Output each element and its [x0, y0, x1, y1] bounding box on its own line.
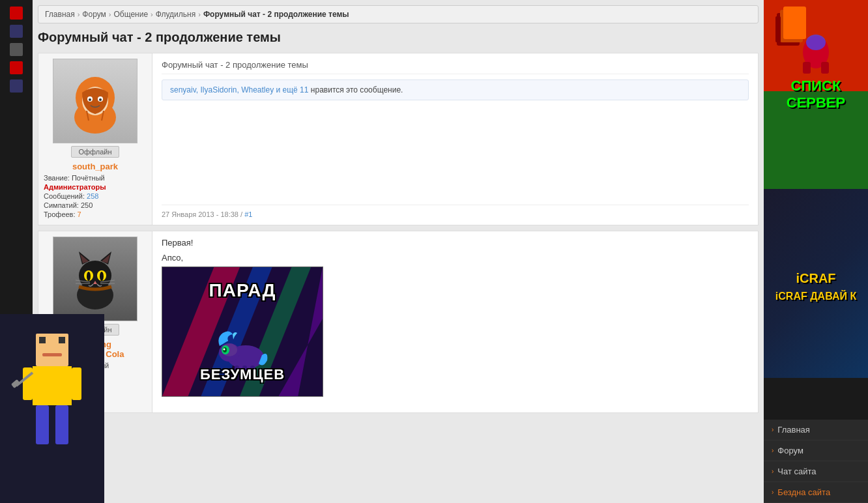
breadcrumb-sep: › [151, 10, 153, 18]
left-strip-item [10, 25, 23, 38]
right-bottom-banner[interactable]: iCRAFiCRAF ДАВАЙ К [764, 189, 868, 378]
svg-point-34 [224, 349, 225, 351]
svg-point-18 [100, 272, 104, 281]
post-1: Оффлайн south_park Звание: Почётный Адми… [38, 53, 759, 225]
post-content-1: Форумный чат - 2 продолжение темы senyai… [152, 53, 758, 225]
svg-point-6 [99, 98, 102, 101]
user-rank-label-1: Звание: Почётный [44, 174, 147, 182]
breadcrumb: Главная › Форум › Общение › Флудильня › … [38, 5, 759, 23]
svg-rect-54 [33, 366, 72, 405]
right-nav-chat[interactable]: › Чат сайта [764, 461, 868, 482]
right-nav-abyss-label: Бездна сайта [777, 487, 830, 497]
post-content-2: Первая! Апсо, [152, 231, 758, 412]
post-title-1: Форумный чат - 2 продолжение темы [162, 60, 749, 74]
post-2: Оффлайн Burning Quantum Cola Звание: Бес… [38, 231, 759, 413]
post-also-text: Апсо, [162, 253, 749, 263]
nav-arrow-icon: › [772, 447, 774, 454]
right-nav-forum-label: Форум [777, 446, 803, 455]
svg-rect-53 [42, 353, 62, 356]
breadcrumb-sep: › [78, 10, 80, 18]
svg-rect-57 [36, 405, 49, 444]
svg-rect-43 [783, 7, 806, 39]
post-footer-1: 27 Января 2013 - 18:38 / #1 [162, 205, 749, 218]
meme-text-top: ПАРАД [209, 280, 276, 301]
svg-rect-56 [72, 367, 81, 400]
avatar-2 [53, 237, 137, 321]
user-sympathy-1: Симпатий: 250 [44, 201, 147, 209]
user-rank-group-1: Администраторы [44, 183, 147, 191]
left-strip-item [10, 7, 23, 20]
left-strip-item [10, 79, 23, 93]
meme-image: ПАРАД БЕЗУМЦЕВ [162, 266, 323, 397]
user-trophies-1: Трофеев: 7 [44, 210, 147, 218]
user-messages-1: Сообщений: 258 [44, 192, 147, 200]
svg-rect-51 [39, 337, 46, 343]
svg-rect-52 [59, 337, 65, 343]
user-panel-1: Оффлайн south_park Звание: Почётный Адми… [38, 53, 152, 225]
page-title: Форумный чат - 2 продолжение темы [38, 30, 759, 45]
breadcrumb-communication[interactable]: Общение [113, 10, 148, 19]
breadcrumb-home[interactable]: Главная [45, 10, 75, 19]
svg-point-17 [87, 272, 91, 281]
breadcrumb-flood[interactable]: Флудильня [156, 10, 195, 19]
right-top-banner[interactable]: СПИСК СЕРВЕР [764, 0, 868, 189]
breadcrumb-sep: › [198, 10, 201, 18]
like-box-1: senyaiv, IlyaSidorin, Wheatley и ещё 11 … [162, 79, 749, 100]
nav-arrow-icon: › [772, 489, 774, 496]
nav-arrow-icon: › [772, 426, 774, 433]
left-strip-item [10, 61, 23, 74]
like-user-1[interactable]: senyaiv, IlyaSidorin, Wheatley [170, 85, 274, 94]
main-content: Главная › Форум › Общение › Флудильня › … [33, 0, 764, 503]
user-meta-1: Звание: Почётный Администраторы Сообщени… [44, 174, 147, 220]
svg-rect-47 [803, 62, 811, 74]
banner-top-text: СПИСК СЕРВЕР [764, 78, 868, 112]
like-more-link-1[interactable]: и ещё 11 [276, 85, 309, 94]
meme-text-bottom: БЕЗУМЦЕВ [200, 366, 285, 383]
breadcrumb-forum[interactable]: Форум [82, 10, 106, 19]
breadcrumb-sep: › [109, 10, 111, 18]
svg-rect-48 [821, 62, 829, 74]
right-nav: › Главная › Форум › Чат сайта › Бездна с… [764, 420, 868, 503]
right-nav-home-label: Главная [777, 425, 809, 435]
breadcrumb-current: Форумный чат - 2 продолжение темы [203, 10, 349, 19]
right-nav-forum[interactable]: › Форум [764, 440, 868, 461]
svg-point-46 [806, 35, 826, 50]
right-nav-home[interactable]: › Главная [764, 420, 868, 440]
username-1[interactable]: south_park [72, 162, 118, 171]
offline-badge-1: Оффлайн [71, 146, 119, 158]
avatar-1 [53, 59, 137, 143]
nav-arrow-icon: › [772, 468, 774, 475]
post-num-1[interactable]: #1 [244, 210, 252, 218]
post-date-1: 27 Января 2013 - 18:38 [162, 210, 239, 218]
svg-rect-44 [775, 16, 781, 42]
post-first-text: Первая! [162, 238, 749, 248]
right-nav-chat-label: Чат сайта [777, 467, 816, 476]
banner-bottom-text: iCRAFiCRAF ДАВАЙ К [775, 270, 856, 304]
right-nav-abyss[interactable]: › Бездна сайта [764, 482, 868, 503]
svg-rect-58 [55, 405, 68, 444]
svg-point-5 [89, 98, 91, 101]
right-sidebar: СПИСК СЕРВЕР iCRAFiCRA [764, 0, 868, 503]
left-strip-item [10, 43, 23, 56]
svg-point-10 [79, 261, 111, 291]
